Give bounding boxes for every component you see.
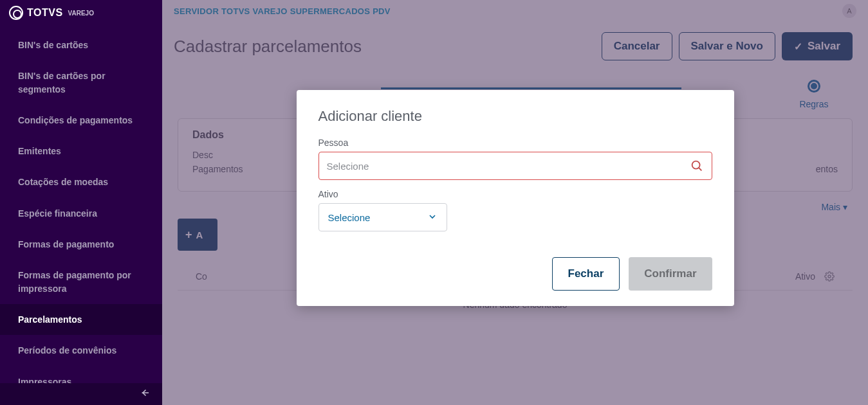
chevron-down-icon — [427, 212, 438, 224]
main-content: SERVIDOR TOTVS VAREJO SUPERMERCADOS PDV … — [162, 0, 868, 405]
svg-point-1 — [692, 161, 699, 169]
sidebar-item[interactable]: Cotações de moedas — [0, 166, 162, 197]
sidebar-item[interactable]: BIN's de cartões — [0, 30, 162, 60]
chevron-left-icon — [139, 387, 151, 402]
logo-icon — [9, 6, 23, 20]
ativo-dropdown[interactable]: Selecione — [319, 203, 447, 231]
pessoa-lookup[interactable] — [319, 152, 712, 180]
sidebar-item[interactable]: Impressoras — [0, 366, 162, 383]
sidebar-item[interactable]: Períodos de convênios — [0, 335, 162, 366]
sidebar-collapse-button[interactable] — [0, 383, 162, 405]
field-label-pessoa: Pessoa — [319, 138, 712, 148]
sidebar-item[interactable]: Espécie financeira — [0, 198, 162, 229]
search-icon[interactable] — [690, 159, 704, 173]
sidebar-item[interactable]: Parcelamentos — [0, 304, 162, 335]
sidebar-item[interactable]: Formas de pagamento por impressora — [0, 260, 162, 304]
sidebar-item[interactable]: Emitentes — [0, 136, 162, 166]
modal-overlay[interactable]: Adicionar cliente Pessoa Ativo Selecione — [162, 0, 868, 405]
modal-title: Adicionar cliente — [319, 108, 712, 125]
svg-line-2 — [698, 168, 701, 170]
field-label-ativo: Ativo — [319, 189, 712, 199]
pessoa-input[interactable] — [327, 161, 690, 172]
sidebar-logo: TOTVS VAREJO — [0, 0, 162, 26]
sidebar-item[interactable]: BIN's de cartões por segmentos — [0, 60, 162, 105]
dropdown-placeholder: Selecione — [328, 212, 371, 223]
logo-text: TOTVS — [27, 7, 63, 19]
confirm-button[interactable]: Confirmar — [629, 257, 712, 291]
modal-actions: Fechar Confirmar — [319, 257, 712, 291]
sidebar: TOTVS VAREJO BIN's de cartõesBIN's de ca… — [0, 0, 162, 405]
close-button[interactable]: Fechar — [552, 257, 620, 291]
sidebar-item[interactable]: Condições de pagamentos — [0, 105, 162, 136]
logo-sub: VAREJO — [68, 10, 94, 17]
sidebar-item[interactable]: Formas de pagamento — [0, 229, 162, 260]
add-client-modal: Adicionar cliente Pessoa Ativo Selecione — [297, 90, 734, 306]
